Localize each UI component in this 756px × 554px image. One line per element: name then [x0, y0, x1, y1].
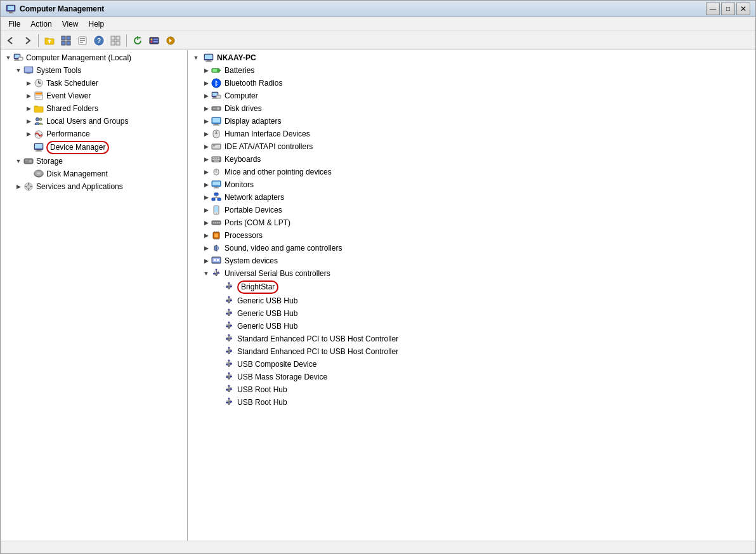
minimize-button[interactable]: — [706, 3, 720, 15]
device-ports[interactable]: ▶ Ports (COM & LPT) [189, 216, 754, 229]
display-icon [211, 116, 222, 126]
bluetooth-expand[interactable]: ▶ [202, 77, 211, 89]
left-local-users[interactable]: ▶ Local Users and Groups [2, 115, 186, 128]
event-expand[interactable]: ▶ [23, 91, 34, 101]
device-ide[interactable]: ▶ IDE ATA/ATAPI controllers [189, 140, 754, 153]
svg-rect-186 [226, 389, 228, 391]
forward-button[interactable] [20, 33, 35, 48]
device-generic-hub-1[interactable]: Generic USB Hub [189, 294, 754, 307]
root-hub1-icon [223, 385, 235, 395]
left-storage[interactable]: ▼ Storage [2, 155, 186, 168]
left-event-viewer[interactable]: ▶ Event Viewer [2, 89, 186, 102]
left-disk-management[interactable]: Disk Management [2, 168, 186, 180]
left-shared-folders[interactable]: ▶ Shared Folders [2, 102, 186, 115]
system-dev-expand[interactable]: ▶ [202, 255, 211, 267]
help-button[interactable]: ? [91, 33, 107, 48]
root-label: Computer Management (Local) [26, 52, 131, 63]
storage-expand[interactable]: ▼ [13, 156, 23, 166]
task-expand[interactable]: ▶ [23, 78, 34, 88]
device-display[interactable]: ▶ Display adapters [189, 115, 754, 128]
device-hid[interactable]: ▶ Human Interface Devices [189, 128, 754, 140]
svg-rect-99 [218, 157, 219, 159]
services-expand[interactable]: ▶ [13, 181, 23, 192]
action-button[interactable] [163, 33, 178, 48]
menu-help[interactable]: Help [84, 18, 110, 30]
perf-expand[interactable]: ▶ [23, 129, 34, 139]
left-device-manager[interactable]: Device Manager [2, 140, 186, 155]
back-button[interactable] [3, 33, 18, 48]
device-usb-composite[interactable]: USB Composite Device [189, 358, 754, 371]
device-disk-drives[interactable]: ▶ Disk drives [189, 102, 754, 115]
proc-label: Processors [225, 230, 263, 241]
device-std-pci-2[interactable]: Standard Enhanced PCI to USB Host Contro… [189, 345, 754, 358]
device-monitors[interactable]: ▶ Monitors [189, 178, 754, 191]
svg-rect-36 [27, 73, 30, 74]
sound-expand[interactable]: ▶ [202, 242, 211, 254]
device-usb-root-2[interactable]: USB Root Hub [189, 396, 754, 409]
device-mice[interactable]: ▶ Mice and other pointing devices [189, 166, 754, 178]
batteries-expand[interactable]: ▶ [202, 65, 211, 76]
refresh-button[interactable] [130, 33, 145, 48]
device-brightstar[interactable]: BrightStar [189, 280, 754, 294]
system-tools-label: System Tools [36, 65, 81, 76]
proc-expand[interactable]: ▶ [202, 230, 211, 241]
ports-expand[interactable]: ▶ [202, 217, 211, 228]
mice-expand[interactable]: ▶ [202, 166, 211, 178]
properties-button[interactable] [75, 33, 90, 48]
shared-expand[interactable]: ▶ [23, 103, 34, 114]
svg-rect-30 [15, 59, 18, 60]
close-button[interactable]: ✕ [736, 3, 750, 15]
left-performance[interactable]: ▶ Performance [2, 128, 186, 140]
left-services[interactable]: ▶ Services and Applications [2, 180, 186, 193]
device-computer-cat[interactable]: ▶ Computer [189, 89, 754, 102]
ide-expand[interactable]: ▶ [202, 141, 211, 152]
usb-expand[interactable]: ▼ [202, 268, 211, 279]
device-usb-root-1[interactable]: USB Root Hub [189, 383, 754, 396]
device-system-dev[interactable]: ▶ System devices [189, 254, 754, 267]
brightstar-highlight: BrightStar [237, 280, 278, 294]
menu-file[interactable]: File [3, 18, 25, 30]
device-network[interactable]: ▶ Network adapters [189, 191, 754, 204]
folder-button[interactable] [42, 33, 57, 48]
device-sound[interactable]: ▶ Sound, video and game controllers [189, 242, 754, 254]
system-tools-expand[interactable]: ▼ [13, 65, 23, 76]
device-nkaay-pc[interactable]: ▼ NKAAY-PC [189, 51, 754, 64]
display-expand[interactable]: ▶ [202, 115, 211, 127]
view-button[interactable] [108, 33, 123, 48]
device-bluetooth[interactable]: ▶ ᛒ Bluetooth Radios [189, 77, 754, 89]
computer-cat-expand[interactable]: ▶ [202, 90, 211, 102]
device-generic-hub-3[interactable]: Generic USB Hub [189, 320, 754, 333]
local-users-expand[interactable]: ▶ [23, 116, 34, 126]
nkaay-expand[interactable]: ▼ [192, 52, 200, 63]
hid-expand[interactable]: ▶ [202, 128, 211, 140]
ide-label: IDE ATA/ATAPI controllers [225, 141, 313, 152]
pci1-label: Standard Enhanced PCI to USB Host Contro… [237, 333, 398, 345]
device-processors[interactable]: ▶ Processors [189, 229, 754, 242]
left-system-tools[interactable]: ▼ System Tools [2, 64, 186, 77]
scan-button[interactable] [147, 33, 162, 48]
left-tree-root[interactable]: ▼ Computer Management (Local) [2, 51, 186, 64]
svg-rect-50 [35, 144, 42, 148]
device-usb[interactable]: ▼ Universal Serial Bus controllers [189, 267, 754, 280]
device-batteries[interactable]: ▶ Batteries [189, 64, 754, 77]
showhide-button[interactable] [58, 33, 74, 48]
maximize-button[interactable]: □ [721, 3, 735, 15]
svg-rect-110 [215, 187, 218, 188]
device-std-pci-1[interactable]: Standard Enhanced PCI to USB Host Contro… [189, 333, 754, 345]
device-usb-mass[interactable]: USB Mass Storage Device [189, 371, 754, 383]
svg-point-143 [216, 269, 218, 271]
disk-expand[interactable]: ▶ [202, 103, 211, 114]
device-generic-hub-2[interactable]: Generic USB Hub [189, 307, 754, 320]
keyboard-expand[interactable]: ▶ [202, 154, 211, 165]
menu-action[interactable]: Action [25, 18, 56, 30]
svg-rect-141 [213, 273, 216, 275]
portable-expand[interactable]: ▶ [202, 204, 211, 216]
monitors-expand[interactable]: ▶ [202, 179, 211, 190]
svg-rect-52 [36, 151, 42, 152]
left-task-scheduler[interactable]: ▶ Task Scheduler [2, 77, 186, 89]
device-keyboards[interactable]: ▶ Keyboards [189, 153, 754, 166]
root-expand[interactable]: ▼ [3, 53, 13, 63]
network-expand[interactable]: ▶ [202, 192, 211, 203]
device-portable[interactable]: ▶ Portable Devices [189, 204, 754, 216]
menu-view[interactable]: View [57, 18, 84, 30]
